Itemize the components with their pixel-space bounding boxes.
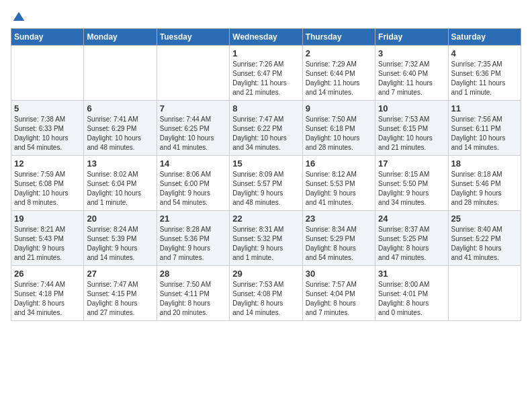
- page-header: [11, 11, 521, 21]
- calendar-cell: 12Sunrise: 7:59 AM Sunset: 6:08 PM Dayli…: [11, 156, 84, 211]
- header-day-tuesday: Tuesday: [157, 29, 229, 46]
- week-row-5: 26Sunrise: 7:44 AM Sunset: 4:18 PM Dayli…: [11, 266, 521, 321]
- cell-content: Sunrise: 8:02 AM Sunset: 6:04 PM Dayligh…: [87, 170, 153, 208]
- cell-content: Sunrise: 7:44 AM Sunset: 6:25 PM Dayligh…: [160, 115, 226, 152]
- calendar-cell: 30Sunrise: 7:57 AM Sunset: 4:04 PM Dayli…: [302, 266, 375, 321]
- header-day-wednesday: Wednesday: [230, 29, 302, 46]
- day-number: 16: [306, 158, 372, 169]
- calendar-cell: 8Sunrise: 7:47 AM Sunset: 6:22 PM Daylig…: [230, 101, 302, 156]
- cell-content: Sunrise: 7:53 AM Sunset: 6:15 PM Dayligh…: [378, 115, 445, 152]
- calendar-cell: 5Sunrise: 7:38 AM Sunset: 6:33 PM Daylig…: [11, 101, 84, 156]
- cell-content: Sunrise: 8:12 AM Sunset: 5:53 PM Dayligh…: [306, 170, 372, 208]
- cell-content: Sunrise: 7:56 AM Sunset: 6:11 PM Dayligh…: [451, 115, 518, 152]
- calendar-cell: 17Sunrise: 8:15 AM Sunset: 5:50 PM Dayli…: [375, 156, 448, 211]
- cell-content: Sunrise: 8:06 AM Sunset: 6:00 PM Dayligh…: [160, 170, 226, 208]
- logo-icon: [12, 11, 26, 24]
- cell-content: Sunrise: 8:09 AM Sunset: 5:57 PM Dayligh…: [232, 170, 299, 208]
- calendar-cell: 9Sunrise: 7:50 AM Sunset: 6:18 PM Daylig…: [302, 101, 375, 156]
- cell-content: Sunrise: 7:53 AM Sunset: 4:08 PM Dayligh…: [232, 280, 299, 318]
- calendar-body: 1Sunrise: 7:26 AM Sunset: 6:47 PM Daylig…: [11, 46, 521, 321]
- calendar-cell: 1Sunrise: 7:26 AM Sunset: 6:47 PM Daylig…: [230, 46, 302, 101]
- calendar-cell: 4Sunrise: 7:35 AM Sunset: 6:36 PM Daylig…: [448, 46, 521, 101]
- calendar-cell: 20Sunrise: 8:24 AM Sunset: 5:39 PM Dayli…: [84, 211, 157, 266]
- calendar-cell: 31Sunrise: 8:00 AM Sunset: 4:01 PM Dayli…: [375, 266, 448, 321]
- header-day-sunday: Sunday: [11, 29, 84, 46]
- day-number: 9: [306, 103, 372, 113]
- calendar-cell: 21Sunrise: 8:28 AM Sunset: 5:36 PM Dayli…: [157, 211, 229, 266]
- header-day-friday: Friday: [375, 29, 448, 46]
- calendar-cell: 19Sunrise: 8:21 AM Sunset: 5:43 PM Dayli…: [11, 211, 84, 266]
- cell-content: Sunrise: 8:18 AM Sunset: 5:46 PM Dayligh…: [451, 170, 518, 208]
- calendar-cell: 15Sunrise: 8:09 AM Sunset: 5:57 PM Dayli…: [230, 156, 302, 211]
- week-row-1: 1Sunrise: 7:26 AM Sunset: 6:47 PM Daylig…: [11, 46, 521, 101]
- calendar-cell: 23Sunrise: 8:34 AM Sunset: 5:29 PM Dayli…: [302, 211, 375, 266]
- cell-content: Sunrise: 7:29 AM Sunset: 6:44 PM Dayligh…: [306, 60, 372, 97]
- day-number: 3: [378, 48, 445, 58]
- cell-content: Sunrise: 7:44 AM Sunset: 4:18 PM Dayligh…: [14, 280, 81, 318]
- calendar-cell: 2Sunrise: 7:29 AM Sunset: 6:44 PM Daylig…: [302, 46, 375, 101]
- cell-content: Sunrise: 8:40 AM Sunset: 5:22 PM Dayligh…: [451, 225, 518, 263]
- calendar-cell: 11Sunrise: 7:56 AM Sunset: 6:11 PM Dayli…: [448, 101, 521, 156]
- week-row-4: 19Sunrise: 8:21 AM Sunset: 5:43 PM Dayli…: [11, 211, 521, 266]
- day-number: 1: [232, 48, 299, 58]
- day-number: 17: [378, 158, 445, 169]
- day-number: 25: [451, 214, 518, 224]
- day-number: 10: [378, 103, 445, 113]
- day-number: 21: [160, 214, 226, 224]
- day-number: 26: [14, 269, 81, 279]
- cell-content: Sunrise: 7:47 AM Sunset: 4:15 PM Dayligh…: [87, 280, 153, 318]
- cell-content: Sunrise: 7:59 AM Sunset: 6:08 PM Dayligh…: [14, 170, 81, 208]
- day-number: 19: [14, 214, 81, 224]
- day-number: 11: [451, 103, 518, 113]
- day-number: 18: [451, 158, 518, 169]
- day-number: 15: [232, 158, 299, 169]
- cell-content: Sunrise: 8:28 AM Sunset: 5:36 PM Dayligh…: [160, 225, 226, 263]
- cell-content: Sunrise: 8:37 AM Sunset: 5:25 PM Dayligh…: [378, 225, 445, 263]
- cell-content: Sunrise: 7:26 AM Sunset: 6:47 PM Dayligh…: [232, 60, 299, 97]
- calendar-cell: 10Sunrise: 7:53 AM Sunset: 6:15 PM Dayli…: [375, 101, 448, 156]
- calendar-cell: 7Sunrise: 7:44 AM Sunset: 6:25 PM Daylig…: [157, 101, 229, 156]
- header-row: SundayMondayTuesdayWednesdayThursdayFrid…: [11, 29, 521, 46]
- day-number: 13: [87, 158, 153, 169]
- day-number: 20: [87, 214, 153, 224]
- calendar-header: SundayMondayTuesdayWednesdayThursdayFrid…: [11, 29, 521, 46]
- header-day-monday: Monday: [84, 29, 157, 46]
- logo: [11, 11, 26, 21]
- cell-content: Sunrise: 8:24 AM Sunset: 5:39 PM Dayligh…: [87, 225, 153, 263]
- day-number: 2: [306, 48, 372, 58]
- cell-content: Sunrise: 7:47 AM Sunset: 6:22 PM Dayligh…: [232, 115, 299, 152]
- cell-content: Sunrise: 8:31 AM Sunset: 5:32 PM Dayligh…: [232, 225, 299, 263]
- cell-content: Sunrise: 7:50 AM Sunset: 4:11 PM Dayligh…: [160, 280, 226, 318]
- calendar-cell: 26Sunrise: 7:44 AM Sunset: 4:18 PM Dayli…: [11, 266, 84, 321]
- cell-content: Sunrise: 7:57 AM Sunset: 4:04 PM Dayligh…: [306, 280, 372, 318]
- day-number: 4: [451, 48, 518, 58]
- day-number: 28: [160, 269, 226, 279]
- day-number: 7: [160, 103, 226, 113]
- calendar-cell: [84, 46, 157, 101]
- day-number: 24: [378, 214, 445, 224]
- cell-content: Sunrise: 8:15 AM Sunset: 5:50 PM Dayligh…: [378, 170, 445, 208]
- header-day-thursday: Thursday: [302, 29, 375, 46]
- calendar-cell: 22Sunrise: 8:31 AM Sunset: 5:32 PM Dayli…: [230, 211, 302, 266]
- cell-content: Sunrise: 8:34 AM Sunset: 5:29 PM Dayligh…: [306, 225, 372, 263]
- week-row-3: 12Sunrise: 7:59 AM Sunset: 6:08 PM Dayli…: [11, 156, 521, 211]
- calendar-cell: 25Sunrise: 8:40 AM Sunset: 5:22 PM Dayli…: [448, 211, 521, 266]
- cell-content: Sunrise: 7:32 AM Sunset: 6:40 PM Dayligh…: [378, 60, 445, 97]
- calendar-cell: [157, 46, 229, 101]
- cell-content: Sunrise: 7:50 AM Sunset: 6:18 PM Dayligh…: [306, 115, 372, 152]
- week-row-2: 5Sunrise: 7:38 AM Sunset: 6:33 PM Daylig…: [11, 101, 521, 156]
- calendar-cell: [11, 46, 84, 101]
- calendar-cell: [448, 266, 521, 321]
- svg-marker-0: [13, 12, 25, 21]
- day-number: 5: [14, 103, 81, 113]
- calendar-cell: 14Sunrise: 8:06 AM Sunset: 6:00 PM Dayli…: [157, 156, 229, 211]
- cell-content: Sunrise: 8:00 AM Sunset: 4:01 PM Dayligh…: [378, 280, 445, 318]
- day-number: 29: [232, 269, 299, 279]
- calendar-cell: 16Sunrise: 8:12 AM Sunset: 5:53 PM Dayli…: [302, 156, 375, 211]
- day-number: 22: [232, 214, 299, 224]
- calendar-cell: 18Sunrise: 8:18 AM Sunset: 5:46 PM Dayli…: [448, 156, 521, 211]
- calendar-cell: 27Sunrise: 7:47 AM Sunset: 4:15 PM Dayli…: [84, 266, 157, 321]
- day-number: 31: [378, 269, 445, 279]
- calendar-cell: 28Sunrise: 7:50 AM Sunset: 4:11 PM Dayli…: [157, 266, 229, 321]
- calendar-cell: 29Sunrise: 7:53 AM Sunset: 4:08 PM Dayli…: [230, 266, 302, 321]
